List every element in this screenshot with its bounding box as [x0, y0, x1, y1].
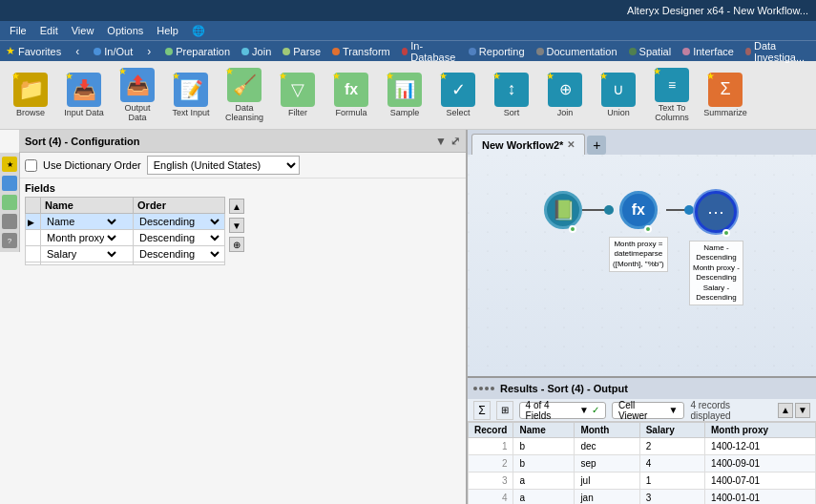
field-order-cell[interactable] — [134, 262, 225, 265]
menu-bar: File Edit View Options Help 🌐 — [0, 21, 816, 40]
sidebar-icon-star[interactable]: ★ — [2, 157, 17, 172]
tool-input-label: Input Data — [64, 109, 104, 118]
fields-table: Name Order ▶NameDescendingMonth proxyDes… — [25, 197, 225, 265]
tool-text-to-columns[interactable]: ≡ ★ Text To Columns — [647, 66, 697, 125]
menu-help[interactable]: Help — [151, 23, 184, 38]
favorites-forward[interactable]: › — [144, 45, 154, 58]
node-input[interactable]: 📗 — [544, 191, 582, 233]
field-expand[interactable]: ▶ — [26, 214, 41, 230]
field-name-cell[interactable]: Name — [41, 214, 134, 230]
nav-up-btn[interactable]: ▲ — [778, 403, 793, 418]
tool-formula[interactable]: fx ★ Formula — [326, 66, 376, 125]
menu-globe[interactable]: 🌐 — [186, 23, 211, 39]
sidebar-icon-tool3[interactable] — [2, 214, 17, 229]
field-expand[interactable] — [26, 262, 41, 265]
field-row[interactable]: SalaryDescending — [26, 246, 225, 262]
star-badge14: ★ — [706, 71, 715, 81]
field-order-select[interactable]: Descending — [136, 247, 222, 261]
data-cleansing-icon: 🧹 — [233, 74, 257, 96]
tool-browse-label: Browse — [16, 109, 45, 118]
tool-select[interactable]: ✓ ★ Select — [433, 66, 483, 125]
sidebar-icon-tool1[interactable] — [2, 176, 17, 191]
field-name-select[interactable]: Month proxy — [43, 231, 119, 244]
results-cell-0: 2 — [469, 455, 513, 472]
field-order-cell[interactable]: Descending — [134, 246, 225, 262]
data-table: RecordNameMonthSalaryMonth proxy 1bdec21… — [468, 422, 816, 504]
field-order-cell[interactable]: Descending — [134, 214, 225, 230]
tool-browse[interactable]: 📁 ★ Browse — [6, 66, 55, 125]
favorites-transform[interactable]: Transform — [332, 46, 390, 57]
favorites-back[interactable]: ‹ — [73, 45, 82, 58]
sigma-btn[interactable]: Σ — [473, 401, 491, 420]
menu-view[interactable]: View — [66, 23, 100, 38]
favorites-parse[interactable]: Parse — [282, 46, 321, 57]
field-order-select[interactable]: Descending — [136, 231, 222, 244]
dict-locale-select[interactable]: English (United States) — [147, 156, 300, 175]
results-cell-2: jul — [575, 472, 639, 490]
dict-order-checkbox[interactable] — [25, 159, 37, 172]
tool-output-data[interactable]: 📤 ★ Output Data — [113, 66, 162, 125]
tool-sample[interactable]: 📊 ★ Sample — [380, 66, 429, 125]
tool-filter[interactable]: ▽ ★ Filter — [273, 66, 323, 125]
results-cell-3: 2 — [639, 438, 704, 455]
menu-file[interactable]: File — [4, 23, 32, 38]
favorites-datainvestiga[interactable]: Data Investiga... — [745, 40, 810, 63]
tab-add-btn[interactable]: + — [587, 136, 606, 155]
field-order-cell[interactable]: Descending — [134, 230, 225, 246]
favorites-indatabase[interactable]: In-Database — [402, 40, 457, 63]
favorites-preparation[interactable]: Preparation — [165, 46, 230, 57]
fields-filter-check: ✓ — [592, 405, 599, 415]
results-col-header: Month proxy — [705, 423, 816, 438]
field-order-select[interactable]: Descending — [136, 215, 222, 228]
scroll-down[interactable]: ▼ — [229, 218, 244, 233]
field-name-select[interactable]: Name — [43, 215, 119, 228]
tool-text-input[interactable]: 📝 ★ Text Input — [166, 66, 216, 125]
nav-down-btn[interactable]: ▼ — [795, 403, 810, 418]
table-icon-btn[interactable]: ⊞ — [496, 401, 513, 420]
favorites-interface[interactable]: Interface — [682, 46, 734, 57]
tool-input-data[interactable]: 📥 ★ Input Data — [59, 66, 109, 125]
menu-options[interactable]: Options — [101, 23, 149, 38]
fields-filter-btn[interactable]: 4 of 4 Fields ▼ ✓ — [519, 402, 606, 419]
favorites-spatial[interactable]: Spatial — [629, 46, 672, 57]
star-badge6: ★ — [279, 71, 287, 81]
node-formula[interactable]: fx Month proxy =datetimeparse([Month], "… — [609, 191, 668, 272]
field-name-cell[interactable] — [41, 262, 134, 265]
scroll-reset[interactable]: ⊕ — [229, 237, 244, 252]
tab-close-btn[interactable]: ✕ — [567, 139, 575, 150]
field-row[interactable]: ▶NameDescending — [26, 214, 225, 230]
node-sort[interactable]: ⋯ Name -DescendingMonth proxy -Descendin… — [689, 191, 743, 305]
canvas[interactable]: 📗 fx Month proxy =datetimeparse([Month],… — [468, 155, 816, 376]
tool-data-cleansing[interactable]: 🧹 ★ Data Cleansing — [220, 66, 269, 125]
sort-node-icon: ⋯ — [707, 201, 724, 222]
field-name-cell[interactable]: Month proxy — [41, 230, 134, 246]
tool-text-input-label: Text Input — [172, 109, 209, 118]
favorites-join[interactable]: Join — [241, 46, 271, 57]
tab-workflow[interactable]: New Workflow2* ✕ — [471, 134, 585, 155]
config-expand-btn[interactable]: ⤢ — [450, 135, 460, 148]
scroll-up[interactable]: ▲ — [229, 199, 244, 214]
field-name-cell[interactable]: Salary — [41, 246, 134, 262]
tool-summarize[interactable]: Σ ★ Summarize — [701, 66, 750, 125]
results-header: Results - Sort (4) - Output — [468, 378, 816, 399]
menu-edit[interactable]: Edit — [34, 23, 64, 38]
sidebar-icon-tool4[interactable]: ? — [2, 233, 17, 248]
field-expand[interactable] — [26, 246, 41, 262]
config-collapse-btn[interactable]: ▼ — [435, 135, 447, 148]
tool-sort[interactable]: ↕ ★ Sort — [487, 66, 536, 125]
star-badge13: ★ — [653, 66, 661, 76]
field-name-select[interactable]: Salary — [43, 247, 119, 261]
favorites-documentation[interactable]: Documentation — [536, 46, 617, 57]
tool-join[interactable]: ⊕ ★ Join — [540, 66, 590, 125]
field-row[interactable] — [26, 262, 225, 265]
field-row[interactable]: Month proxyDescending — [26, 230, 225, 246]
results-cell-2: sep — [575, 455, 639, 472]
cell-viewer-btn[interactable]: Cell Viewer ▼ — [612, 402, 684, 419]
text-input-icon: 📝 — [179, 78, 203, 101]
favorites-reporting[interactable]: Reporting — [469, 46, 525, 57]
tool-union[interactable]: ∪ ★ Union — [594, 66, 643, 125]
field-expand[interactable] — [26, 230, 41, 246]
sidebar-icon-tool2[interactable] — [2, 195, 17, 210]
favorites-inout[interactable]: In/Out — [94, 46, 133, 57]
results-col-header: Salary — [639, 423, 704, 438]
